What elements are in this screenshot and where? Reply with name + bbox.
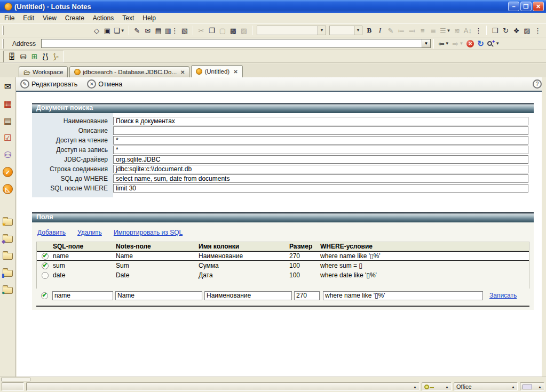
tab-jdbcsearch[interactable]: jdbcsearch - Database.JDBC.Do... ✕ [69, 66, 189, 77]
tab-workspace[interactable]: 🗁 Workspace [19, 66, 68, 77]
field-value-sql-before-where[interactable]: select name, sum, date from documents [113, 174, 528, 183]
design-icons[interactable]: ❖ [511, 25, 521, 36]
save-row-link[interactable]: Записать [489, 292, 517, 299]
help-icon[interactable]: ? [533, 79, 542, 89]
database-open-icon[interactable]: 🗄 [8, 52, 15, 61]
editor-notes-field-input[interactable] [115, 291, 202, 300]
indent-icon[interactable]: ≔ [396, 25, 407, 36]
edit-document-icon[interactable]: ✎ [132, 25, 143, 36]
spacing-icon[interactable]: ≋ [452, 25, 462, 36]
search-button[interactable]: +▼ [487, 41, 500, 46]
replicator-bookmark-icon[interactable]: ✓ [2, 165, 14, 178]
restore-button[interactable]: ❐ [520, 2, 532, 11]
editor-size-input[interactable] [294, 291, 320, 300]
toolbar-overflow-icon[interactable]: ⋮ [473, 25, 484, 36]
open-navigator-icon[interactable]: ◇ [91, 25, 102, 36]
status-network-segment[interactable] [2, 382, 24, 391]
scrollbar-thumb[interactable] [1, 378, 30, 381]
favorites-folder-icon[interactable]: ★ [2, 215, 14, 228]
tab-untitled[interactable]: (Untitled) ✕ [191, 65, 242, 77]
contacts-bookmark-icon[interactable]: ▤ [2, 114, 14, 127]
refresh-button[interactable]: ↻ [477, 39, 484, 49]
field-value-write-access[interactable]: * [113, 146, 528, 154]
bullet-list-icon[interactable]: ≡ [417, 25, 428, 36]
toolbar-overflow2-icon[interactable]: ⋮ [532, 25, 543, 36]
print-setup-icon[interactable]: ▥⋮ [164, 25, 179, 36]
menu-create[interactable]: Create [61, 13, 89, 23]
personal-journal-bookmark-icon[interactable]: ⛁ [2, 148, 14, 161]
horizontal-scrollbar[interactable] [0, 377, 546, 381]
close-button[interactable]: ✕ [533, 2, 544, 11]
tab-close-icon[interactable]: ✕ [180, 69, 185, 75]
paste-special-icon[interactable]: ▩ [228, 25, 239, 36]
field-value-connection-string[interactable]: jdbc:sqlite:c:\\document.db [113, 165, 528, 173]
more-bookmarks-folder-icon[interactable] [2, 250, 14, 262]
italic-icon[interactable]: I [375, 25, 385, 36]
address-grip[interactable] [2, 39, 4, 49]
font-size-combobox[interactable]: ▼ [329, 26, 362, 35]
format-painter-icon[interactable]: ▨ [239, 25, 249, 36]
stop-button[interactable]: ✕ [466, 40, 474, 47]
edit-action-button[interactable]: ✎ Редактировать [20, 79, 77, 89]
menu-text[interactable]: Text [118, 13, 138, 23]
designer-bookmark-icon[interactable]: ◺ [2, 182, 14, 195]
stack-windows-icon[interactable]: ❒ [489, 25, 500, 36]
delete-link[interactable]: Удалить [77, 229, 102, 236]
internet-search-folder-icon[interactable]: ● [2, 284, 14, 297]
row-enabled-icon[interactable] [42, 253, 49, 260]
status-inbox-segment[interactable]: ▲ [520, 382, 544, 391]
dialup-icon[interactable]: ⟅⟆ [42, 52, 48, 61]
menu-view[interactable]: View [38, 13, 61, 23]
row-disabled-icon[interactable] [42, 272, 49, 279]
font-combobox[interactable]: ▼ [257, 26, 326, 35]
new-database-icon[interactable]: ⊞ [31, 52, 38, 61]
align-icon[interactable]: ☰▼ [439, 25, 452, 36]
open-icon[interactable]: ❏▼ [113, 25, 126, 36]
field-value-sql-after-where[interactable]: limit 30 [113, 184, 528, 193]
cancel-action-button[interactable]: ✕ Отмена [87, 79, 122, 89]
todo-bookmark-icon[interactable]: ☑ [2, 131, 14, 144]
outdent-icon[interactable]: ≕ [407, 25, 417, 36]
field-value-read-access[interactable]: * [113, 136, 528, 145]
database-mail-icon[interactable]: ⛁ [20, 52, 27, 61]
row-enabled-icon[interactable] [42, 262, 49, 269]
table-row[interactable]: date Date Дата 100 where date like '▯%' [37, 270, 529, 280]
tab-close-icon[interactable]: ✕ [233, 69, 238, 75]
status-message-segment[interactable]: ▲ [26, 382, 420, 391]
field-value-name[interactable]: Поиск в документах [113, 117, 528, 125]
editor-column-name-input[interactable] [204, 291, 292, 300]
calendar-bookmark-icon[interactable]: ▦ [2, 97, 14, 110]
mail-bookmark-icon[interactable]: ✉ [2, 80, 14, 93]
menu-file[interactable]: File [0, 13, 19, 23]
databases-folder-icon[interactable]: ◆ [2, 233, 14, 245]
add-link[interactable]: Добавить [37, 229, 66, 236]
address-dropdown-icon[interactable]: ▼ [422, 39, 430, 47]
notes-clipboard-icon[interactable]: ▨ [521, 25, 532, 36]
table-row[interactable]: name Name Наименование 270 where name li… [37, 251, 529, 261]
replicate-icon[interactable]: ↻ [500, 25, 511, 36]
menu-edit[interactable]: Edit [19, 13, 38, 23]
highlighter-icon[interactable]: ✎ [385, 25, 396, 36]
import-from-sql-link[interactable]: Импортировать из SQL [114, 229, 183, 236]
menu-actions[interactable]: Actions [89, 13, 118, 23]
editor-where-input[interactable] [323, 291, 483, 300]
table-row[interactable]: sum Sum Сумма 100 where sum = ▯ [37, 261, 529, 270]
account-icon[interactable]: ⟆◦ [53, 52, 58, 61]
menu-help[interactable]: Help [138, 13, 160, 23]
bold-icon[interactable]: B [364, 25, 375, 36]
status-security-segment[interactable]: ▲ [422, 382, 452, 391]
copy-icon[interactable]: ❐ [207, 25, 217, 36]
save-icon[interactable]: ▣ [102, 25, 113, 36]
editor-sql-field-input[interactable] [52, 291, 113, 300]
paste-icon[interactable]: ▢ [217, 25, 228, 36]
forward-mail-icon[interactable]: ✉ [143, 25, 153, 36]
status-location-segment[interactable]: Office▲ [454, 382, 518, 391]
cut-icon[interactable]: ✂ [196, 25, 207, 36]
print-icon[interactable]: ▤ [153, 25, 164, 36]
field-value-jdbc-driver[interactable]: org.sqlite.JDBC [113, 155, 528, 164]
text-properties-icon[interactable]: A↕ [462, 25, 473, 36]
forward-button[interactable]: ⇨▼ [453, 39, 464, 48]
back-button[interactable]: ⇦▼ [438, 39, 449, 48]
address-input[interactable]: ▼ [41, 39, 431, 48]
toolbar-grip[interactable] [2, 26, 4, 35]
